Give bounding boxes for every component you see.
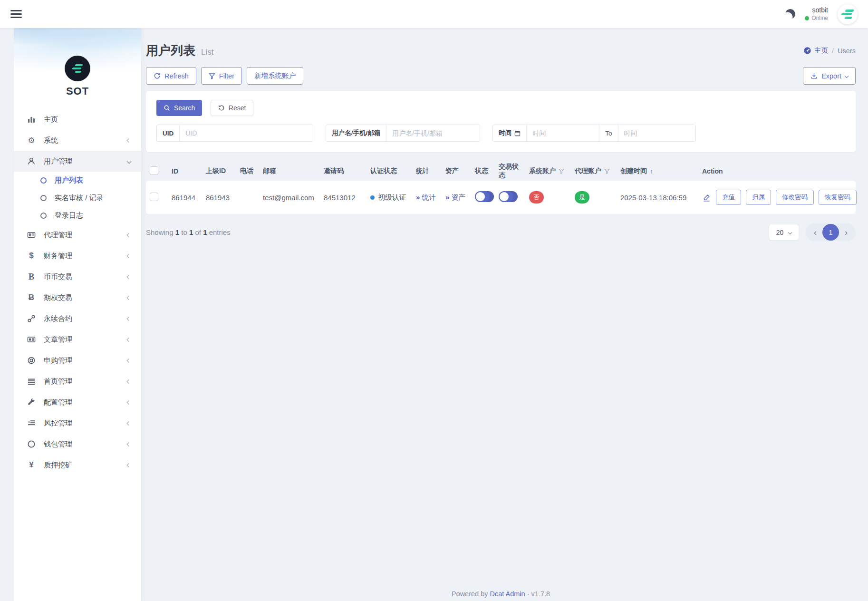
sidebar-subitem-kyc-records[interactable]: 实名审核 / 记录 bbox=[14, 189, 141, 207]
newspaper-icon bbox=[27, 335, 36, 344]
cell-actions: 充值 归属 修改密码 恢复密码 bbox=[698, 181, 856, 214]
sidebar-item-subscription-management[interactable]: 申购管理 bbox=[14, 350, 141, 371]
status-toggle[interactable] bbox=[475, 191, 494, 202]
calendar-icon bbox=[514, 130, 521, 136]
time-from-input[interactable] bbox=[527, 125, 599, 141]
sidebar-item-article-management[interactable]: 文章管理 bbox=[14, 329, 141, 350]
cell-system-account: 否 bbox=[525, 181, 571, 214]
col-created-at: 创建时间 ↑ bbox=[617, 162, 698, 181]
sidebar-item-options-trading[interactable]: Ƀ 期权交易 bbox=[14, 287, 141, 308]
next-page-arrow[interactable]: › bbox=[839, 228, 853, 237]
time-to-input[interactable] bbox=[618, 125, 695, 141]
change-password-button[interactable]: 修改密码 bbox=[776, 190, 814, 205]
sidebar-item-system[interactable]: ⚙ 系统 bbox=[14, 130, 141, 151]
sidebar-item-wallet-management[interactable]: 钱包管理 bbox=[14, 434, 141, 455]
filter-funnel-icon[interactable] bbox=[604, 168, 610, 174]
add-system-account-button[interactable]: 新增系统账户 bbox=[247, 67, 303, 85]
breadcrumb-separator: / bbox=[832, 47, 834, 55]
sidebar-subitem-user-list[interactable]: 用户列表 bbox=[14, 172, 141, 189]
chevron-left-icon bbox=[127, 253, 132, 258]
chevron-left-icon bbox=[127, 442, 132, 446]
time-label: 时间 bbox=[493, 125, 527, 141]
current-page-button[interactable]: 1 bbox=[822, 224, 839, 241]
reset-button[interactable]: Reset bbox=[211, 100, 254, 116]
outdent-icon bbox=[27, 419, 36, 427]
avatar[interactable] bbox=[838, 4, 858, 24]
col-stats: 统计 bbox=[412, 162, 442, 181]
sidebar-item-risk-management[interactable]: 风控管理 bbox=[14, 413, 141, 434]
cell-email: test@gmail.com bbox=[259, 181, 320, 214]
sidebar-item-perpetual-contract[interactable]: 永续合约 bbox=[14, 308, 141, 329]
hamburger-menu-icon[interactable] bbox=[10, 10, 22, 18]
sidebar-menu: 主页 ⚙ 系统 用户管理 用户列表 实名审核 / 记录 登录日志 bbox=[14, 109, 141, 475]
col-system-account: 系统账户 bbox=[525, 162, 571, 181]
download-icon bbox=[810, 72, 818, 79]
sidebar-item-user-management[interactable]: 用户管理 bbox=[14, 151, 141, 172]
entries-summary: Showing 1 to 1 of 1 entries bbox=[146, 228, 231, 236]
breadcrumb: 主页 / Users bbox=[803, 46, 856, 55]
time-to-label: To bbox=[599, 125, 618, 141]
sort-up-icon[interactable]: ↑ bbox=[650, 167, 653, 175]
users-table: ID 上级ID 电话 邮箱 邀请码 认证状态 统计 资产 状态 交易状态 系统账… bbox=[146, 162, 856, 214]
breadcrumb-current: Users bbox=[838, 47, 856, 55]
chevron-left-icon bbox=[127, 400, 132, 405]
select-all-checkbox[interactable] bbox=[150, 166, 158, 175]
trade-status-toggle[interactable] bbox=[499, 191, 518, 202]
cell-phone bbox=[236, 181, 259, 214]
brand-logo bbox=[65, 56, 90, 81]
page-subtitle: List bbox=[201, 48, 213, 57]
restore-password-button[interactable]: 恢复密码 bbox=[819, 190, 857, 205]
sidebar-item-agent-management[interactable]: 代理管理 bbox=[14, 224, 141, 245]
stats-link[interactable]: »统计 bbox=[416, 193, 436, 201]
chevron-left-icon bbox=[127, 233, 132, 237]
cell-stats: »统计 bbox=[412, 181, 442, 214]
assets-link[interactable]: »资产 bbox=[445, 193, 465, 201]
sidebar-item-staking-mining[interactable]: ¥ 质押挖矿 bbox=[14, 455, 141, 475]
col-invite-code: 邀请码 bbox=[320, 162, 366, 181]
sidebar-item-spot-trading[interactable]: B 币币交易 bbox=[14, 266, 141, 287]
sidebar-item-config-management[interactable]: 配置管理 bbox=[14, 392, 141, 413]
pagination-row: Showing 1 to 1 of 1 entries 20 ‹ 1 › bbox=[146, 223, 856, 241]
bitcoin-icon: Ƀ bbox=[27, 293, 36, 302]
prev-page-arrow[interactable]: ‹ bbox=[808, 228, 822, 237]
filter-funnel-icon[interactable] bbox=[559, 168, 564, 174]
sidebar-item-homepage-management[interactable]: 首页管理 bbox=[14, 371, 141, 392]
sidebar-item-home[interactable]: 主页 bbox=[14, 109, 141, 130]
id-card-icon bbox=[27, 231, 36, 239]
search-button[interactable]: Search bbox=[156, 100, 202, 116]
online-status: Online bbox=[811, 15, 828, 22]
cell-status bbox=[471, 181, 495, 214]
edit-pencil-icon[interactable] bbox=[702, 193, 711, 202]
version: v1.7.8 bbox=[531, 590, 550, 598]
life-ring-icon bbox=[27, 356, 36, 365]
refresh-button[interactable]: Refresh bbox=[146, 67, 196, 85]
cell-invite-code: 84513012 bbox=[320, 181, 366, 214]
per-page-select[interactable]: 20 bbox=[769, 224, 799, 241]
dcat-admin-link[interactable]: Dcat Admin bbox=[490, 590, 525, 598]
user-block[interactable]: sotbit Online bbox=[805, 6, 828, 22]
search-card: Search Reset UID 用户名/手机/邮箱 时间 bbox=[146, 91, 856, 152]
export-button[interactable]: Export bbox=[803, 67, 856, 85]
account-input[interactable] bbox=[386, 125, 480, 141]
chevron-left-icon bbox=[127, 358, 132, 363]
funnel-icon bbox=[209, 73, 215, 79]
cell-parent-id: 861943 bbox=[202, 181, 236, 214]
refresh-icon bbox=[154, 72, 161, 79]
col-phone: 电话 bbox=[236, 162, 259, 181]
dollar-icon: $ bbox=[27, 251, 36, 261]
sidebar-item-finance-management[interactable]: $ 财务管理 bbox=[14, 245, 141, 266]
filter-button[interactable]: Filter bbox=[201, 67, 242, 85]
breadcrumb-home[interactable]: 主页 bbox=[803, 46, 828, 55]
recharge-button[interactable]: 充值 bbox=[716, 190, 741, 205]
cell-id: 861944 bbox=[168, 181, 202, 214]
row-checkbox[interactable] bbox=[150, 193, 158, 201]
uid-input[interactable] bbox=[180, 125, 313, 141]
sidebar-subitem-login-log[interactable]: 登录日志 bbox=[14, 207, 141, 224]
online-dot-icon bbox=[805, 16, 809, 20]
attribution-button[interactable]: 归属 bbox=[746, 190, 771, 205]
dark-mode-moon-icon[interactable] bbox=[784, 8, 796, 20]
circle-icon bbox=[27, 440, 36, 448]
col-status: 状态 bbox=[471, 162, 495, 181]
chevron-down-icon bbox=[788, 230, 792, 234]
cell-agent-account: 是 bbox=[571, 181, 617, 214]
